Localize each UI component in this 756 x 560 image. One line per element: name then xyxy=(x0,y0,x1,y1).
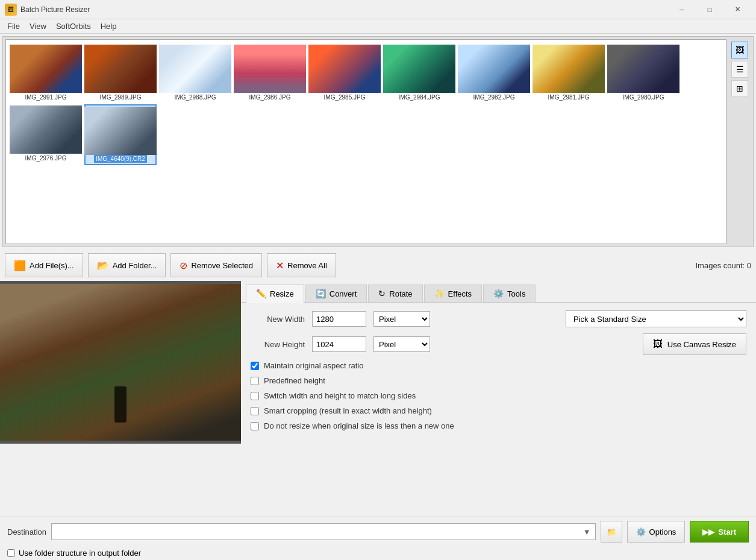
rotate-tab-icon: ↻ xyxy=(378,289,386,298)
maintain-aspect-checkbox[interactable] xyxy=(251,362,259,370)
gallery-area: IMG_2991.JPGIMG_2989.JPGIMG_2988.JPGIMG_… xyxy=(2,36,754,247)
gallery-item-3[interactable]: IMG_2986.JPG xyxy=(234,43,306,102)
gallery-label-6: IMG_2982.JPG xyxy=(473,94,515,101)
new-height-input[interactable] xyxy=(312,336,366,352)
options-label: Options xyxy=(649,527,676,536)
gallery-thumbnail-1 xyxy=(84,45,157,93)
add-files-icon: 🟧 xyxy=(14,260,26,271)
destination-label: Destination xyxy=(7,527,46,536)
convert-tab-icon: 🔄 xyxy=(316,289,326,298)
menu-help[interactable]: Help xyxy=(96,20,122,32)
gallery-thumbnail-5 xyxy=(383,45,455,93)
convert-tab-label: Convert xyxy=(330,289,357,298)
rotate-tab-label: Rotate xyxy=(389,289,412,298)
images-count: Images count: 0 xyxy=(696,261,752,270)
grid-view-button[interactable]: ⊞ xyxy=(731,80,748,97)
resize-tab-label: Resize xyxy=(270,289,294,298)
main-container: IMG_2991.JPGIMG_2989.JPGIMG_2988.JPGIMG_… xyxy=(0,34,756,560)
tab-effects[interactable]: ✨ Effects xyxy=(424,285,483,302)
gallery-item-2[interactable]: IMG_2988.JPG xyxy=(159,43,231,102)
tools-tab-label: Tools xyxy=(507,289,525,298)
gallery-thumbnail-4 xyxy=(308,45,381,93)
smart-crop-checkbox[interactable] xyxy=(251,407,259,415)
maintain-aspect-row: Maintain original aspect ratio xyxy=(251,361,746,370)
gallery-thumbnail-0 xyxy=(10,45,82,93)
gallery-item-6[interactable]: IMG_2982.JPG xyxy=(458,43,530,102)
add-folder-button[interactable]: 📂 Add Folder... xyxy=(88,253,166,277)
options-gear-icon: ⚙️ xyxy=(636,527,646,536)
use-canvas-resize-button[interactable]: 🖼 Use Canvas Resize xyxy=(643,333,746,355)
switch-wh-row: Switch width and height to match long si… xyxy=(251,391,746,400)
gallery-label-5: IMG_2984.JPG xyxy=(399,94,440,101)
switch-wh-checkbox[interactable] xyxy=(251,392,259,400)
new-width-input[interactable] xyxy=(312,311,366,327)
toolbar: 🟧 Add File(s)... 📂 Add Folder... ⊘ Remov… xyxy=(0,250,756,281)
gallery-item-8[interactable]: IMG_2980.JPG xyxy=(607,43,679,102)
add-files-button[interactable]: 🟧 Add File(s)... xyxy=(5,253,83,277)
no-resize-label[interactable]: Do not resize when original size is less… xyxy=(264,421,454,430)
maximize-button[interactable]: □ xyxy=(696,0,723,19)
gallery-thumbnail-7 xyxy=(533,45,605,93)
gallery-item-5[interactable]: IMG_2984.JPG xyxy=(383,43,455,102)
switch-wh-label[interactable]: Switch width and height to match long si… xyxy=(264,391,416,400)
minimize-button[interactable]: ─ xyxy=(668,0,696,19)
gallery-item-4[interactable]: IMG_2985.JPG xyxy=(308,43,381,102)
predefined-height-checkbox[interactable] xyxy=(251,377,259,385)
thumbnail-view-button[interactable]: 🖼 xyxy=(731,42,748,58)
effects-tab-label: Effects xyxy=(448,289,472,298)
remove-all-label: Remove All xyxy=(287,261,327,270)
titlebar-controls: ─ □ ✕ xyxy=(668,0,751,19)
start-button[interactable]: ▶▶ Start xyxy=(690,521,749,543)
standard-size-select[interactable]: Pick a Standard Size 640x480 800x600 102… xyxy=(566,310,746,327)
browse-folder-icon: 📁 xyxy=(607,527,616,536)
tab-resize[interactable]: ✏️ Resize xyxy=(246,285,304,303)
gallery-item-7[interactable]: IMG_2981.JPG xyxy=(533,43,605,102)
remove-selected-button[interactable]: ⊘ Remove Selected xyxy=(170,253,262,277)
no-resize-checkbox[interactable] xyxy=(251,422,259,430)
destination-wrapper: ▼ xyxy=(51,523,596,540)
maintain-aspect-label[interactable]: Maintain original aspect ratio xyxy=(264,361,363,370)
add-folder-label: Add Folder... xyxy=(113,261,157,270)
resize-options-panel: New Width Pixel Percent Centimeter Inch … xyxy=(241,303,756,444)
menu-view[interactable]: View xyxy=(25,20,51,32)
width-unit-select[interactable]: Pixel Percent Centimeter Inch xyxy=(373,311,430,327)
options-button[interactable]: ⚙️ Options xyxy=(627,521,686,543)
tools-tab-icon: ⚙️ xyxy=(493,289,504,298)
canvas-resize-label: Use Canvas Resize xyxy=(667,340,736,349)
tab-tools[interactable]: ⚙️ Tools xyxy=(483,285,536,302)
height-unit-select[interactable]: Pixel Percent Centimeter Inch xyxy=(373,336,430,352)
destination-input[interactable] xyxy=(51,523,596,540)
smart-crop-row: Smart cropping (result in exact width an… xyxy=(251,406,746,415)
tab-convert[interactable]: 🔄 Convert xyxy=(305,285,367,302)
close-button[interactable]: ✕ xyxy=(723,0,751,19)
app-title: Batch Picture Resizer xyxy=(20,5,90,14)
browse-folder-button[interactable]: 📁 xyxy=(601,521,622,543)
gallery-item-1[interactable]: IMG_2989.JPG xyxy=(84,43,157,102)
use-folder-structure-checkbox[interactable] xyxy=(7,549,15,557)
remove-all-button[interactable]: ✕ Remove All xyxy=(267,253,336,277)
gallery-item-10[interactable]: IMG_4640(9).CR2 xyxy=(84,104,157,165)
add-files-label: Add File(s)... xyxy=(30,261,74,270)
gallery-thumbnail-3 xyxy=(234,45,306,93)
predefined-height-label[interactable]: Predefined height xyxy=(264,376,325,385)
add-folder-icon: 📂 xyxy=(97,260,109,271)
no-resize-row: Do not resize when original size is less… xyxy=(251,421,746,430)
list-view-button[interactable]: ☰ xyxy=(731,61,748,78)
resize-tab-icon: ✏️ xyxy=(256,289,266,298)
height-row: New Height Pixel Percent Centimeter Inch… xyxy=(251,333,746,355)
tab-rotate[interactable]: ↻ Rotate xyxy=(368,285,422,302)
menu-file[interactable]: File xyxy=(2,20,25,32)
gallery-item-9[interactable]: IMG_2976.JPG xyxy=(10,104,82,163)
use-folder-structure-label[interactable]: Use folder structure in output folder xyxy=(19,549,141,558)
gallery-label-1: IMG_2989.JPG xyxy=(100,94,142,101)
menubar: File View SoftOrbits Help xyxy=(0,19,756,34)
gallery-item-0[interactable]: IMG_2991.JPG xyxy=(10,43,82,102)
menu-softorbits[interactable]: SoftOrbits xyxy=(51,20,96,32)
bottom-check-row: Use folder structure in output folder xyxy=(0,546,756,560)
start-label: Start xyxy=(718,527,736,536)
smart-crop-label[interactable]: Smart cropping (result in exact width an… xyxy=(264,406,432,415)
gallery-panel[interactable]: IMG_2991.JPGIMG_2989.JPGIMG_2988.JPGIMG_… xyxy=(5,39,726,244)
titlebar-left: 🖼 Batch Picture Resizer xyxy=(5,4,90,16)
gallery-label-8: IMG_2980.JPG xyxy=(623,94,664,101)
gallery-label-10: IMG_4640(9).CR2 xyxy=(94,155,147,163)
